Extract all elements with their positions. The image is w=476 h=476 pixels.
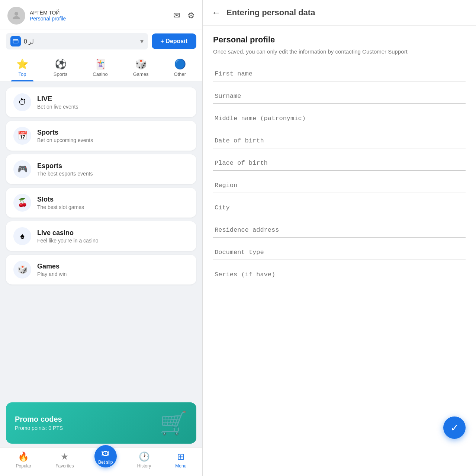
top-icon: ⭐ bbox=[16, 58, 28, 70]
slots-icon: 🍒 bbox=[13, 194, 31, 212]
menu-item-slots[interactable]: 🍒 Slots The best slot games bbox=[6, 188, 196, 218]
games-nav-icon: 🎲 bbox=[135, 58, 147, 70]
right-panel: ← Entering personal data Personal profil… bbox=[203, 0, 476, 476]
header-left: АРТЁМ ТОЙ Personal profile bbox=[7, 7, 66, 25]
nav-tab-sports-label: Sports bbox=[54, 71, 68, 77]
header-icons: ✉ ⚙ bbox=[173, 11, 195, 20]
header-profile-label[interactable]: Personal profile bbox=[30, 16, 66, 22]
bottom-nav: 🔥 Popular ★ Favorites 🎟 Bet slip 🕐 Histo… bbox=[0, 447, 202, 476]
favorites-label: Favorites bbox=[55, 463, 74, 469]
live-icon: ⏱ bbox=[13, 93, 31, 111]
promo-title: Promo codes bbox=[15, 415, 63, 424]
confirm-fab[interactable]: ✓ bbox=[443, 416, 466, 439]
esports-subtitle: The best esports events bbox=[37, 171, 93, 177]
right-header-title: Entering personal data bbox=[226, 8, 315, 17]
menu-item-esports[interactable]: 🎮 Esports The best esports events bbox=[6, 154, 196, 184]
right-header: ← Entering personal data bbox=[203, 0, 476, 26]
other-icon: 🔵 bbox=[174, 58, 186, 70]
residence-address-field[interactable] bbox=[213, 223, 466, 238]
esports-text: Esports The best esports events bbox=[37, 162, 93, 177]
series-field[interactable] bbox=[213, 267, 466, 282]
nav-tab-other[interactable]: 🔵 Other bbox=[169, 56, 192, 81]
live-casino-icon: ♠ bbox=[13, 227, 31, 245]
promo-text: Promo codes Promo points: 0 PTS bbox=[15, 415, 63, 431]
nav-tab-top-label: Top bbox=[18, 71, 26, 77]
header-username: АРТЁМ ТОЙ bbox=[30, 10, 66, 16]
popular-label: Popular bbox=[16, 463, 31, 469]
dob-field[interactable] bbox=[213, 134, 466, 148]
menu-item-live[interactable]: ⏱ LIVE Bet on live events bbox=[6, 87, 196, 117]
header-user-info: АРТЁМ ТОЙ Personal profile bbox=[30, 10, 66, 22]
games-text: Games Play and win bbox=[37, 263, 67, 277]
esports-icon: 🎮 bbox=[13, 160, 31, 178]
bottom-nav-favorites[interactable]: ★ Favorites bbox=[52, 451, 77, 469]
live-title: LIVE bbox=[37, 95, 78, 103]
esports-title: Esports bbox=[37, 162, 93, 170]
casino-icon: 🃏 bbox=[94, 58, 106, 70]
first-name-field[interactable] bbox=[213, 67, 466, 81]
settings-icon[interactable]: ⚙ bbox=[187, 11, 195, 20]
live-casino-title: Live casino bbox=[37, 229, 99, 237]
live-casino-subtitle: Feel like you're in a casino bbox=[37, 238, 99, 244]
nav-tabs: ⭐ Top ⚽ Sports 🃏 Casino 🎲 Games 🔵 Other bbox=[0, 53, 202, 81]
history-label: History bbox=[137, 463, 151, 469]
games-title: Games bbox=[37, 263, 67, 270]
menu-label: Menu bbox=[175, 463, 186, 469]
bet-slip-icon: 🎟 bbox=[101, 448, 110, 458]
bottom-nav-popular[interactable]: 🔥 Popular bbox=[12, 451, 35, 469]
right-wrapper: ← Entering personal data Personal profil… bbox=[203, 0, 476, 476]
bottom-nav-history[interactable]: 🕐 History bbox=[134, 451, 155, 469]
city-field[interactable] bbox=[213, 200, 466, 215]
nav-tab-casino-label: Casino bbox=[93, 71, 107, 77]
balance-icon bbox=[10, 36, 21, 46]
svg-point-0 bbox=[15, 12, 18, 16]
place-of-birth-field[interactable] bbox=[213, 156, 466, 171]
bottom-nav-menu[interactable]: ⊞ Menu bbox=[171, 451, 190, 469]
balance-dropdown-icon[interactable]: ▾ bbox=[140, 37, 144, 45]
balance-amount: 0 لر bbox=[24, 38, 137, 45]
svg-rect-2 bbox=[13, 41, 18, 41]
slots-text: Slots The best slot games bbox=[37, 196, 84, 210]
live-text: LIVE Bet on live events bbox=[37, 95, 78, 110]
app-header: АРТЁМ ТОЙ Personal profile ✉ ⚙ bbox=[0, 0, 202, 29]
sports-subtitle: Bet on upcoming events bbox=[37, 137, 93, 143]
menu-item-games[interactable]: 🎲 Games Play and win bbox=[6, 255, 196, 284]
promo-cart-icon: 🛒 bbox=[160, 410, 187, 436]
popular-icon: 🔥 bbox=[18, 451, 29, 462]
form-section: Personal profile Once saved, you can onl… bbox=[203, 26, 476, 476]
history-icon: 🕐 bbox=[139, 451, 150, 462]
sports-menu-icon: 📅 bbox=[13, 127, 31, 145]
bet-slip-label: Bet slip bbox=[98, 460, 113, 465]
middle-name-field[interactable] bbox=[213, 111, 466, 126]
document-type-field[interactable] bbox=[213, 245, 466, 260]
region-field[interactable] bbox=[213, 178, 466, 193]
mail-icon[interactable]: ✉ bbox=[173, 11, 180, 20]
menu-icon: ⊞ bbox=[177, 451, 184, 462]
sports-title: Sports bbox=[37, 129, 93, 136]
back-button[interactable]: ← bbox=[212, 7, 221, 18]
balance-bar: 0 لر ▾ + Deposit bbox=[0, 29, 202, 53]
live-casino-text: Live casino Feel like you're in a casino bbox=[37, 229, 99, 244]
balance-selector[interactable]: 0 لر ▾ bbox=[6, 33, 148, 49]
nav-tab-games[interactable]: 🎲 Games bbox=[128, 56, 154, 81]
form-title: Personal profile bbox=[213, 35, 466, 45]
bottom-nav-bet-slip[interactable]: 🎟 Bet slip bbox=[94, 445, 117, 467]
promo-subtitle: Promo points: 0 PTS bbox=[15, 425, 63, 431]
promo-banner[interactable]: Promo codes Promo points: 0 PTS 🛒 bbox=[6, 402, 196, 444]
games-menu-icon: 🎲 bbox=[13, 261, 31, 279]
favorites-icon: ★ bbox=[61, 451, 69, 462]
nav-tab-top[interactable]: ⭐ Top bbox=[11, 56, 33, 81]
menu-list: ⏱ LIVE Bet on live events 📅 Sports Bet o… bbox=[0, 81, 202, 402]
menu-item-live-casino[interactable]: ♠ Live casino Feel like you're in a casi… bbox=[6, 221, 196, 251]
slots-title: Slots bbox=[37, 196, 84, 203]
games-subtitle: Play and win bbox=[37, 271, 67, 277]
nav-tab-sports[interactable]: ⚽ Sports bbox=[48, 56, 73, 81]
deposit-button[interactable]: + Deposit bbox=[152, 33, 196, 49]
sports-icon: ⚽ bbox=[55, 58, 67, 70]
avatar[interactable] bbox=[7, 7, 25, 25]
surname-field[interactable] bbox=[213, 89, 466, 104]
nav-tab-casino[interactable]: 🃏 Casino bbox=[87, 56, 113, 81]
menu-item-sports[interactable]: 📅 Sports Bet on upcoming events bbox=[6, 121, 196, 151]
nav-tab-other-label: Other bbox=[174, 71, 186, 77]
slots-subtitle: The best slot games bbox=[37, 204, 84, 210]
